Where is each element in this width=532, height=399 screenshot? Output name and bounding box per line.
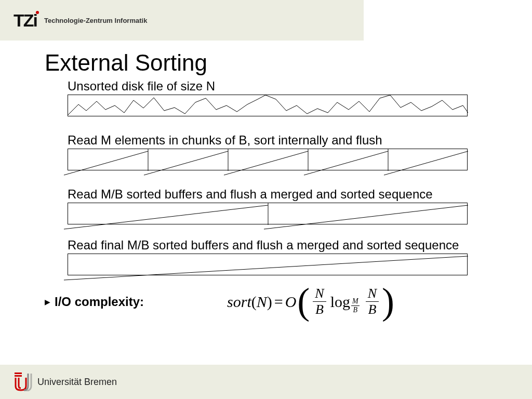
svg-line-8 — [384, 151, 468, 175]
tzi-logo-dot — [36, 11, 39, 14]
tzi-logo-mark: TZi — [14, 10, 37, 31]
svg-line-9 — [64, 205, 268, 229]
stage-merge2: Read final M/B sorted buffers and flush … — [68, 238, 507, 275]
tzi-logo: TZi Technologie-Zentrum Informatik — [14, 10, 147, 31]
svg-line-11 — [264, 205, 468, 229]
svg-rect-13 — [15, 373, 22, 374]
slide-title: External Sorting — [45, 50, 507, 76]
formula-eq: = — [274, 293, 283, 311]
svg-line-2 — [144, 151, 228, 175]
svg-rect-14 — [15, 375, 22, 377]
formula-frac1: N B — [313, 287, 326, 316]
uni-bremen-logo-mark — [14, 373, 32, 391]
formula-log: log — [330, 293, 350, 311]
formula-frac2-num: N — [366, 287, 379, 302]
stage-chunks-box — [68, 149, 468, 170]
uni-bremen-text: Universität Bremen — [37, 377, 117, 388]
stage-merge2-box — [68, 254, 468, 275]
svg-line-0 — [64, 151, 148, 175]
stage-chunks-label: Read M elements in chunks of B, sort int… — [68, 133, 507, 148]
formula-rparen: ) — [267, 293, 272, 311]
complexity-label: I/O complexity: — [55, 295, 144, 309]
svg-line-12 — [64, 256, 468, 280]
complexity-formula: sort ( N ) = O ( N B log M B N B ) — [227, 287, 395, 317]
formula-logbase-den: B — [352, 306, 359, 314]
tzi-subtitle: Technologie-Zentrum Informatik — [44, 17, 147, 24]
formula-lparen: ( — [251, 293, 257, 311]
formula-logbase-num: M — [351, 298, 360, 306]
stage-unsorted-label: Unsorted disk file of size N — [68, 79, 507, 94]
formula-big-rparen: ) — [382, 287, 394, 317]
formula-arg: N — [257, 293, 267, 311]
complexity-row: ▶ I/O complexity: sort ( N ) = O ( N B l… — [45, 287, 507, 317]
formula-bigO: O — [285, 293, 297, 311]
formula-frac2-den: B — [366, 302, 378, 316]
svg-line-6 — [304, 151, 388, 175]
uni-bremen-logo: Universität Bremen — [14, 373, 117, 391]
formula-lhs: sort — [227, 293, 251, 311]
formula-big-lparen: ( — [297, 287, 310, 317]
top-header-band: TZi Technologie-Zentrum Informatik — [0, 0, 364, 41]
stage-unsorted: Unsorted disk file of size N — [68, 79, 507, 116]
formula-frac1-den: B — [313, 302, 326, 316]
formula-logbase: M B — [351, 298, 360, 314]
stage-chunks: Read M elements in chunks of B, sort int… — [68, 133, 507, 170]
svg-line-4 — [224, 151, 308, 175]
bottom-footer-band: Universität Bremen — [0, 365, 532, 399]
stage-merge1-box — [68, 203, 468, 224]
stage-unsorted-box — [68, 95, 468, 116]
stage-merge1: Read M/B sorted buffers and flush a merg… — [68, 187, 507, 224]
formula-frac1-num: N — [313, 287, 326, 302]
formula-frac2: N B — [366, 287, 379, 316]
bullet-icon: ▶ — [45, 298, 50, 306]
stage-merge1-label: Read M/B sorted buffers and flush a merg… — [68, 187, 507, 202]
stage-merge2-label: Read final M/B sorted buffers and flush … — [68, 238, 507, 252]
slide-content: External Sorting Unsorted disk file of s… — [45, 50, 507, 317]
tzi-logo-text: TZi — [14, 10, 37, 30]
